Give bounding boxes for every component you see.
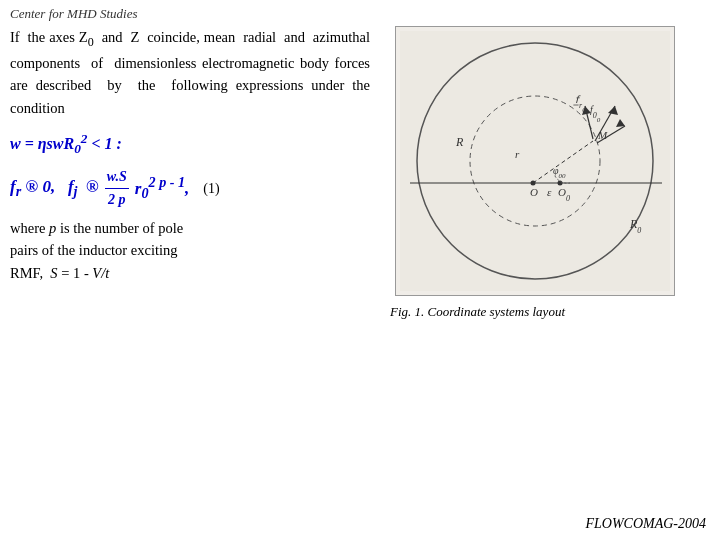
fraction-denominator: 2 p (106, 189, 128, 211)
left-panel: If the axes Z0 and Z coincide, mean radi… (10, 26, 370, 320)
figure-caption: Fig. 1. Coordinate systems layout (380, 304, 565, 320)
where-text-block: where p is the number of pole pairs of t… (10, 217, 370, 284)
formula-w: w = ηswR02 < 1 : (10, 135, 122, 152)
page-header: Center for MHD Studies (0, 0, 720, 26)
body-text: If the axes Z0 and Z coincide, mean radi… (10, 29, 370, 116)
svg-rect-0 (400, 31, 670, 291)
header-title: Center for MHD Studies (10, 6, 137, 21)
svg-text:ε: ε (547, 186, 552, 198)
fraction-numerator: w.S (105, 166, 129, 189)
formula-r0: r02 p - 1, (135, 172, 190, 205)
right-panel: O ε O0 R r φ00 R0 M f̲r0 f00 (380, 26, 690, 320)
diagram-svg: O ε O0 R r φ00 R0 M f̲r0 f00 (400, 31, 670, 291)
svg-text:R: R (455, 135, 464, 149)
formula-fr: fr ® 0, fj ® (10, 174, 99, 203)
figure-container: O ε O0 R r φ00 R0 M f̲r0 f00 (395, 26, 675, 296)
main-content: If the axes Z0 and Z coincide, mean radi… (0, 26, 720, 320)
formula-number: (1) (203, 178, 219, 200)
formula-w-block: w = ηswR02 < 1 : (10, 129, 370, 160)
svg-point-21 (531, 181, 536, 186)
svg-text:O: O (530, 186, 538, 198)
fig-caption-text: Fig. 1. Coordinate systems layout (390, 304, 565, 319)
formula-fraction: w.S 2 p (105, 166, 129, 210)
page-footer: FLOWCOMAG-2004 (585, 516, 706, 532)
body-paragraph: If the axes Z0 and Z coincide, mean radi… (10, 26, 370, 119)
where-paragraph: where p is the number of pole pairs of t… (10, 217, 370, 284)
svg-point-22 (558, 181, 563, 186)
footer-text: FLOWCOMAG-2004 (585, 516, 706, 531)
formula-fr-fj-line: fr ® 0, fj ® w.S 2 p r02 p - 1, (1) (10, 166, 370, 210)
svg-text:r: r (515, 148, 520, 160)
